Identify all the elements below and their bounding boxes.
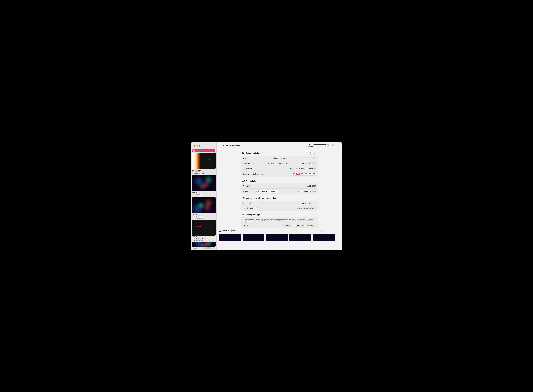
metering-mode-spot[interactable]	[300, 173, 304, 176]
chevron-down-button[interactable]: ⌄	[213, 247, 215, 249]
metering-mode-partial[interactable]	[312, 173, 316, 176]
expose-iso: 800	[313, 190, 316, 192]
format-value[interactable]: 35mm (135) (24 mm × 36 mm)	[290, 167, 313, 169]
photo-location: Needham Lake	[194, 173, 204, 174]
svg-rect-23	[302, 174, 302, 174]
stock-label: Film stock	[243, 185, 250, 187]
photo-card[interactable]: 2437_01.tif 02/07/2023, 2:14 Needham Lak…	[192, 175, 216, 196]
film-icon	[242, 180, 245, 182]
photo-card[interactable]: 2437_02.tif 02/07/2023, 2:15 Needham Lak…	[192, 197, 216, 219]
location-icon	[192, 217, 193, 219]
item-count: 36 items	[192, 248, 198, 249]
zoom-in-button[interactable]: +	[338, 230, 339, 232]
counter-top: 36/36	[310, 144, 314, 145]
svg-rect-19	[293, 173, 295, 175]
contact-sheet-thumbs[interactable]: •• CI CAFE	[219, 233, 339, 241]
film-panel: Film stock CineStill 800T Speed 500 Push…	[241, 184, 318, 194]
contact-thumb[interactable]	[266, 233, 288, 241]
make-value: Minolta	[273, 157, 278, 159]
person-icon	[242, 197, 245, 200]
photo-timestamp: 02/07/2023, 2:16	[194, 238, 204, 239]
contact-thumb[interactable]: •• CI CAFE	[289, 233, 311, 241]
fullscreen-window-button[interactable]	[199, 145, 200, 147]
contact-thumb[interactable]	[219, 233, 241, 241]
clock-icon	[192, 193, 193, 195]
photo-meta: 2437_03.tif 02/07/2023, 2:16 Needham Lak…	[192, 236, 216, 241]
location-icon	[192, 240, 193, 241]
svg-rect-0	[193, 150, 195, 151]
contact-sheet: Contact Sheet − +	[217, 228, 342, 241]
photo-location: Needham Lake	[194, 195, 204, 196]
sort-down-button[interactable]: ↓	[204, 247, 207, 249]
svg-rect-31	[313, 173, 315, 175]
overview-tab[interactable]: Overview	[192, 149, 215, 152]
svg-rect-33	[242, 180, 245, 182]
window-controls: +	[191, 142, 216, 149]
chevron-left-button[interactable]: ‹	[210, 247, 213, 249]
add-button[interactable]: +	[205, 144, 207, 147]
metering-mode-matrix[interactable]	[304, 173, 308, 176]
order-descending[interactable]: Descending	[293, 225, 305, 227]
display-section-title: Display settings	[246, 214, 260, 216]
artist-label: Artist name	[243, 202, 251, 204]
camera-settings-button[interactable]	[309, 152, 313, 154]
copyright-label: Copyright holder(s)	[243, 207, 257, 209]
photo-card[interactable]: 2437_00.tif 02/07/2023, 2:10 Needham Lak…	[192, 153, 216, 174]
order-label: Display Order	[243, 225, 253, 227]
chevron-down-icon[interactable]: ⌄	[314, 167, 316, 169]
svg-point-38	[243, 214, 244, 215]
metering-mode-evaluative[interactable]	[308, 173, 312, 176]
share-button[interactable]	[336, 143, 340, 147]
main-layout: + Overview 2437_00.tif 02/07/2023, 2:10	[191, 142, 342, 250]
toolbar: 2 July CineStill 800T 36/36 35/36	[217, 142, 342, 149]
photo-timestamp: 02/07/2023, 2:15	[194, 216, 204, 217]
camera-dropdown-button[interactable]: ⌄	[314, 152, 316, 154]
photo-card[interactable]: •••• CI CAFE 2437_03.tif 02/07/2023, 2:1…	[192, 220, 216, 241]
metering-mode-center[interactable]	[296, 173, 300, 176]
camera-panel: Make Minolta Model X-300 Serial Number 8…	[241, 156, 318, 177]
sidebar: + Overview 2437_00.tif 02/07/2023, 2:10	[191, 142, 217, 250]
author-section-header: Author, copyright & other metadata	[241, 196, 318, 201]
svg-point-18	[311, 153, 312, 154]
artist-value: Jonathan Rothwell	[302, 202, 316, 204]
crop-button[interactable]	[326, 143, 330, 147]
zoom-out-button[interactable]: −	[318, 230, 319, 232]
delete-button[interactable]	[331, 143, 335, 147]
contact-thumb[interactable]	[313, 233, 335, 241]
contact-thumb[interactable]	[243, 233, 264, 241]
sort-up-button[interactable]: ↑	[202, 247, 204, 249]
toggle-sidebar-button[interactable]	[219, 144, 221, 146]
display-note: These affect how Unspool displays your p…	[241, 217, 318, 223]
camera-row-metering: Supported metering modes	[241, 171, 318, 177]
photo-thumbnail	[192, 242, 216, 247]
svg-point-17	[311, 153, 311, 153]
close-window-button[interactable]	[194, 145, 195, 147]
camera-gear-icon	[310, 152, 312, 154]
eye-icon	[242, 214, 245, 216]
main-scroll[interactable]: Camera details ⌄ Make Minolta	[217, 149, 342, 250]
metering-mode-none[interactable]	[292, 173, 296, 176]
photo-timestamp: 02/07/2023, 2:14	[194, 193, 204, 195]
page-title: 2 July CineStill 800T	[223, 144, 242, 146]
sidebar-scroll[interactable]: 2437_00.tif 02/07/2023, 2:10 Needham Lak…	[191, 153, 216, 247]
zoom-slider[interactable]	[320, 231, 337, 231]
belonging-value: Jonathan Rothwell	[302, 162, 316, 164]
photo-meta: 2437_01.tif 02/07/2023, 2:14 Needham Lak…	[192, 191, 216, 196]
belonging-label: Belonging To	[277, 162, 299, 164]
push-value: Pushed ⅔ stops	[262, 190, 275, 192]
radio-icon	[293, 225, 295, 227]
radio-icon	[307, 225, 310, 227]
copyright-row: Copyright holder(s) © Jonathan Rothwell …	[241, 206, 318, 211]
push-stops-select[interactable]: Pushed ⅔ stops ▲▼	[260, 190, 278, 193]
minimize-window-button[interactable]	[196, 145, 198, 147]
expose-derived: → Exposed at ISO 800	[297, 190, 316, 192]
photo-card[interactable]	[192, 242, 216, 247]
make-label: Make	[243, 157, 270, 159]
svg-rect-24	[305, 173, 307, 175]
photo-thumbnail	[192, 153, 216, 169]
order-manual[interactable]: Manual	[307, 225, 316, 227]
order-ascending[interactable]: Ascending	[280, 225, 291, 227]
svg-point-6	[193, 196, 193, 196]
sort-mode-button[interactable]: ⇵	[207, 247, 210, 249]
photo-thumbnail: •••• CI CAFE	[192, 220, 216, 236]
